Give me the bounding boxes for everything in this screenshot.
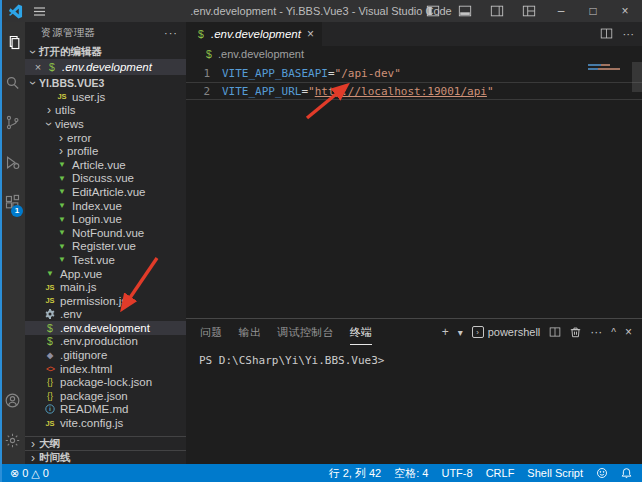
- close-window-button[interactable]: ×: [612, 1, 638, 21]
- tree-item-error[interactable]: ›error: [25, 131, 186, 145]
- title-bar: .env.development - Yi.BBS.Vue3 - Visual …: [0, 0, 642, 22]
- line-number: 2: [186, 85, 210, 98]
- split-terminal-icon[interactable]: [549, 326, 561, 338]
- tree-item-.env.development[interactable]: $.env.development: [25, 321, 186, 335]
- tree-item-label: vite.config.js: [60, 417, 123, 429]
- tree-item-Register.vue[interactable]: ▼Register.vue: [25, 240, 186, 254]
- js-file-icon: JS: [43, 419, 57, 428]
- views-more-actions-icon[interactable]: ···: [164, 27, 178, 39]
- account-icon[interactable]: [0, 380, 25, 420]
- tree-item-utils[interactable]: ›utils: [25, 104, 186, 118]
- open-editors-section[interactable]: › 打开的编辑器: [25, 44, 186, 59]
- project-root-section[interactable]: › YI.BBS.VUE3: [25, 75, 186, 90]
- tree-item-label: Test.vue: [72, 254, 115, 266]
- toggle-primary-sidebar-icon[interactable]: [420, 1, 446, 21]
- encoding[interactable]: UTF-8: [441, 467, 472, 479]
- tree-item-.env[interactable]: .env: [25, 308, 186, 322]
- panel-more-actions-icon[interactable]: ···: [590, 325, 602, 339]
- tree-item-main.js[interactable]: JSmain.js: [25, 280, 186, 294]
- tree-item-Login.vue[interactable]: ▼Login.vue: [25, 212, 186, 226]
- menu-icon[interactable]: [33, 5, 49, 18]
- tab-env-development[interactable]: $ .env.development ×: [186, 22, 322, 46]
- tree-item-Article.vue[interactable]: ▼Article.vue: [25, 158, 186, 172]
- kill-terminal-icon[interactable]: [570, 326, 581, 338]
- timeline-section[interactable]: › 时间线: [25, 450, 186, 464]
- tree-item-NotFound.vue[interactable]: ▼NotFound.vue: [25, 226, 186, 240]
- tree-item-label: views: [55, 118, 84, 130]
- split-editor-icon[interactable]: [600, 27, 613, 42]
- tree-item-label: main.js: [60, 281, 96, 293]
- sidebar-title: 资源管理器: [41, 26, 96, 40]
- customize-layout-icon[interactable]: [516, 1, 542, 21]
- tree-item-package.json[interactable]: {}package.json: [25, 389, 186, 403]
- chevron-right-icon: ›: [27, 439, 39, 449]
- quote: ": [308, 85, 315, 98]
- editor-scrollbar[interactable]: [632, 62, 642, 92]
- minimize-button[interactable]: –: [548, 1, 574, 21]
- cursor-position[interactable]: 行 2, 列 42: [329, 466, 382, 481]
- outline-section[interactable]: › 大纲: [25, 436, 186, 450]
- tree-item-user.js[interactable]: JSuser.js: [25, 90, 186, 104]
- vue-file-icon: ▼: [55, 201, 69, 210]
- problems-status[interactable]: ⊗ 0 △ 0: [10, 467, 49, 480]
- terminal-dropdown-icon[interactable]: ▾: [458, 327, 463, 338]
- tree-item-.env.production[interactable]: $.env.production: [25, 335, 186, 349]
- maximize-panel-icon[interactable]: ^: [611, 327, 616, 338]
- tree-item-EditArticle.vue[interactable]: ▼EditArticle.vue: [25, 185, 186, 199]
- vue-file-icon: ▼: [55, 160, 69, 169]
- tree-item-index.html[interactable]: <>index.html: [25, 362, 186, 376]
- window-focus-border: [0, 0, 2, 482]
- breadcrumb-file[interactable]: .env.development: [218, 48, 304, 60]
- vue-file-icon: ▼: [55, 228, 69, 237]
- search-icon[interactable]: [0, 62, 25, 102]
- editor-more-actions-icon[interactable]: ···: [623, 28, 635, 40]
- maximize-button[interactable]: □: [580, 1, 606, 21]
- indentation[interactable]: 空格: 4: [394, 466, 428, 481]
- tree-item-label: profile: [67, 145, 98, 157]
- feedback-icon[interactable]: [596, 467, 608, 479]
- env-key: VITE_APP_BASEAPI: [222, 67, 328, 80]
- close-panel-icon[interactable]: ×: [625, 325, 632, 339]
- toggle-panel-icon[interactable]: [452, 1, 478, 21]
- minimap[interactable]: [588, 64, 628, 72]
- panel-tab-问题[interactable]: 问题: [200, 320, 223, 345]
- tree-item-package-lock.json[interactable]: {}package-lock.json: [25, 375, 186, 389]
- breadcrumb[interactable]: $ .env.development: [186, 46, 642, 62]
- chevron-right-icon: ›: [43, 105, 55, 115]
- tree-item-profile[interactable]: ›profile: [25, 144, 186, 158]
- language-mode[interactable]: Shell Script: [527, 467, 583, 479]
- js-file-icon: JS: [43, 283, 57, 292]
- tree-item-Discuss.vue[interactable]: ▼Discuss.vue: [25, 172, 186, 186]
- new-terminal-icon[interactable]: +: [442, 325, 449, 339]
- run-debug-icon[interactable]: [0, 142, 25, 182]
- open-editor-item[interactable]: × $ .env.development: [25, 59, 186, 75]
- settings-gear-icon[interactable]: [0, 420, 25, 460]
- js-file-icon: JS: [55, 92, 69, 101]
- shell-selector[interactable]: › powershell: [472, 326, 541, 338]
- tree-item-.gitignore[interactable]: ◆.gitignore: [25, 348, 186, 362]
- eol-sequence[interactable]: CRLF: [486, 467, 515, 479]
- panel-tab-输出[interactable]: 输出: [239, 320, 262, 345]
- url-link[interactable]: http://localhost:19001/api: [315, 85, 487, 98]
- tree-item-vite.config.js[interactable]: JSvite.config.js: [25, 416, 186, 430]
- tree-item-Test.vue[interactable]: ▼Test.vue: [25, 253, 186, 267]
- panel-tab-调试控制台[interactable]: 调试控制台: [277, 320, 334, 345]
- tree-item-App.vue[interactable]: ▼App.vue: [25, 267, 186, 281]
- tree-item-README.md[interactable]: iREADME.md: [25, 403, 186, 417]
- panel-tab-终端[interactable]: 终端: [350, 320, 373, 345]
- tree-item-Index.vue[interactable]: ▼Index.vue: [25, 199, 186, 213]
- explorer-icon[interactable]: [0, 22, 25, 62]
- git-file-icon: ◆: [43, 351, 57, 360]
- code-editor[interactable]: 1 VITE_APP_BASEAPI="/api-dev" 2 VITE_APP…: [186, 62, 642, 318]
- close-icon[interactable]: ×: [31, 61, 45, 73]
- toggle-secondary-sidebar-icon[interactable]: [484, 1, 510, 21]
- source-control-icon[interactable]: [0, 102, 25, 142]
- extensions-icon[interactable]: 1: [0, 182, 25, 222]
- tree-item-permission.js[interactable]: JSpermission.js: [25, 294, 186, 308]
- status-bar: ⊗ 0 △ 0 行 2, 列 42 空格: 4 UTF-8 CRLF Shell…: [0, 464, 642, 482]
- tab-close-icon[interactable]: ×: [307, 27, 314, 41]
- notifications-bell-icon[interactable]: [621, 467, 632, 479]
- tree-item-label: index.html: [60, 363, 112, 375]
- tree-item-views[interactable]: ›views: [25, 117, 186, 131]
- terminal[interactable]: PS D:\CSharp\Yi\Yi.BBS.Vue3>: [186, 345, 642, 367]
